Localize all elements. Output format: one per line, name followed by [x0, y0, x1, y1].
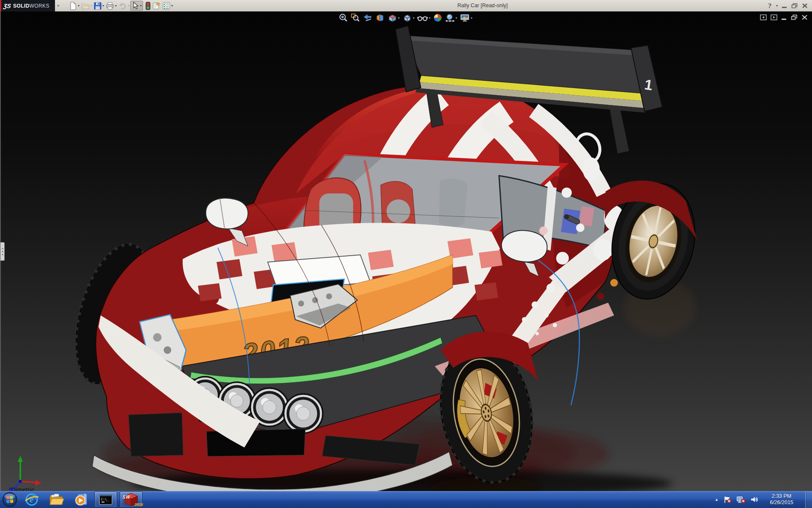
- windows-start-icon: [2, 492, 17, 507]
- previous-view-icon: [362, 13, 373, 22]
- save-button[interactable]: ▾: [94, 2, 104, 10]
- reference-triad: [9, 456, 41, 491]
- network-status-icon[interactable]: [736, 496, 746, 503]
- section-view-button[interactable]: [375, 13, 385, 22]
- title-bar: ƷS SOLIDWORKS ▸ ▾ ▾: [0, 0, 812, 12]
- expand-right-pane-button[interactable]: [771, 14, 777, 20]
- close-button[interactable]: [802, 3, 808, 8]
- system-tray: ▲ 2:33 PM 6/26/201: [715, 491, 812, 508]
- taskbar-command-prompt[interactable]: C:\_: [94, 491, 117, 508]
- dropdown-icon[interactable]: ▾: [171, 4, 173, 8]
- document-window-controls: [760, 14, 808, 20]
- dropdown-icon[interactable]: ▾: [78, 4, 80, 8]
- section-view-icon: [375, 13, 385, 22]
- view-settings-icon: [460, 13, 470, 22]
- dropdown-icon[interactable]: ▾: [115, 4, 117, 8]
- previous-view-button[interactable]: [362, 13, 373, 22]
- undo-icon: [118, 2, 127, 10]
- internet-explorer-icon: e: [25, 492, 39, 507]
- heads-up-view-toolbar: ▾ ▾ ▾: [338, 13, 473, 22]
- print-icon: [106, 2, 114, 10]
- new-document-icon: [69, 2, 77, 10]
- minimize-button[interactable]: [782, 3, 787, 8]
- view-settings-button[interactable]: ▾: [460, 13, 472, 22]
- zoom-to-area-button[interactable]: [351, 13, 360, 22]
- doc-minimize-button[interactable]: [781, 14, 787, 20]
- taskbar-media-player[interactable]: [69, 491, 93, 508]
- feature-manager-collapsed-tab[interactable]: ◂ ◂ ◂: [0, 242, 5, 261]
- open-button[interactable]: ▾: [81, 2, 92, 10]
- dropdown-icon[interactable]: ▾: [455, 16, 457, 20]
- options-checklist-icon: [162, 2, 170, 10]
- sw-letters: SW: [123, 495, 130, 500]
- help-dropdown-icon[interactable]: ▾: [776, 4, 778, 8]
- restore-button[interactable]: [791, 3, 798, 8]
- windows-taskbar: e C:\_: [0, 491, 812, 508]
- volume-icon[interactable]: [750, 496, 759, 503]
- start-button[interactable]: [0, 491, 19, 508]
- doc-restore-button[interactable]: [791, 14, 798, 20]
- edit-appearance-button[interactable]: [433, 13, 442, 22]
- svg-text:e: e: [30, 494, 34, 505]
- taskbar-solidworks[interactable]: SW 2015: [120, 491, 143, 508]
- clock-time: 2:33 PM: [765, 493, 798, 500]
- window-title: Rally Car [Read-only]: [447, 0, 518, 11]
- dropdown-icon[interactable]: ▾: [413, 16, 414, 20]
- window-controls: ? ▾: [768, 0, 808, 11]
- solidworks-logo: ƷS SOLIDWORKS: [0, 0, 55, 11]
- 3ds-logo-icon: ƷS: [3, 3, 11, 9]
- undo-button[interactable]: ▾: [118, 2, 129, 10]
- apply-scene-icon: [445, 13, 455, 22]
- solidworks-window: ƷS SOLIDWORKS ▸ ▾ ▾: [0, 0, 812, 508]
- zoom-to-fit-button[interactable]: [339, 13, 348, 22]
- view-orientation-button[interactable]: ▾: [387, 13, 400, 22]
- clock-date: 6/26/2015: [765, 500, 798, 506]
- brand-accent: [0, 0, 1, 11]
- action-center-icon[interactable]: [723, 496, 732, 503]
- dropdown-icon[interactable]: ▾: [102, 4, 104, 8]
- open-folder-icon: [81, 2, 90, 10]
- appearance-sphere-icon: [433, 13, 442, 22]
- display-style-button[interactable]: ▾: [402, 13, 414, 22]
- view-orientation-icon: [387, 13, 397, 22]
- zoom-to-fit-icon: [339, 13, 348, 22]
- media-player-icon: [74, 492, 88, 507]
- display-style-icon: [402, 13, 412, 22]
- zoom-to-area-icon: [351, 13, 360, 22]
- dropdown-icon[interactable]: ▾: [140, 4, 142, 8]
- file-properties-button[interactable]: [152, 2, 161, 10]
- show-hidden-icons-button[interactable]: ▲: [715, 497, 719, 502]
- rebuild-button[interactable]: [145, 2, 151, 10]
- options-button[interactable]: ▾: [162, 2, 173, 10]
- graphics-viewport[interactable]: 2012: [0, 11, 812, 491]
- taskbar-internet-explorer[interactable]: e: [19, 491, 44, 508]
- cmd-prompt-text: C:\_: [101, 497, 109, 501]
- brand-name: SOLID: [13, 3, 30, 9]
- select-button[interactable]: ▾: [130, 1, 143, 11]
- taskbar-file-explorer[interactable]: [44, 491, 69, 508]
- dropdown-icon: ▾: [128, 4, 129, 8]
- show-desktop-button[interactable]: [805, 491, 812, 508]
- dropdown-icon[interactable]: ▾: [398, 16, 400, 20]
- save-icon: [94, 2, 102, 10]
- glasses-icon: [417, 13, 428, 22]
- taskbar-clock[interactable]: 2:33 PM 6/26/2015: [765, 493, 798, 506]
- sw-year-badge: 2015: [134, 502, 143, 507]
- new-document-button[interactable]: ▾: [69, 2, 80, 10]
- apply-scene-button[interactable]: ▾: [445, 13, 457, 22]
- toolbar-expander-icon[interactable]: ▸: [58, 3, 60, 8]
- help-icon[interactable]: ?: [768, 3, 771, 9]
- file-explorer-icon: [49, 493, 64, 506]
- collapse-left-pane-button[interactable]: [760, 14, 767, 20]
- file-properties-icon: [152, 2, 161, 10]
- traffic-light-icon: [145, 2, 151, 10]
- standard-toolbar: ▾ ▾ ▾: [69, 0, 174, 11]
- hide-show-items-button[interactable]: ▾: [417, 13, 431, 22]
- print-button[interactable]: ▾: [106, 2, 117, 10]
- select-cursor-icon: [132, 2, 139, 10]
- command-prompt-icon: C:\_: [99, 494, 112, 505]
- rally-car-model[interactable]: 2012: [0, 11, 812, 491]
- dropdown-icon[interactable]: ▾: [429, 16, 431, 20]
- doc-close-button[interactable]: [801, 14, 808, 20]
- dropdown-icon[interactable]: ▾: [471, 16, 472, 20]
